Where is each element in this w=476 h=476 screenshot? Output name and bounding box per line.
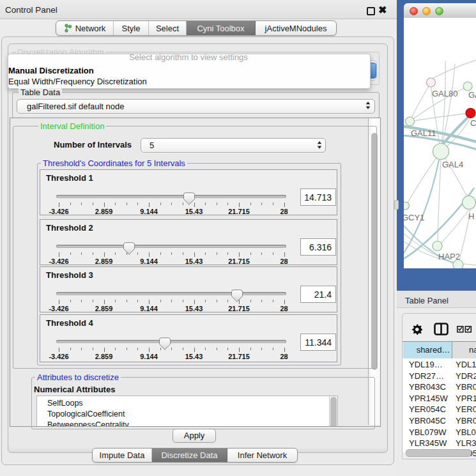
svg-text:GAL4: GAL4 (442, 160, 463, 169)
svg-text:GCY1: GCY1 (404, 213, 424, 222)
svg-text:HAP2: HAP2 (438, 252, 460, 261)
svg-text:H: H (468, 211, 474, 221)
svg-text:GA: GA (468, 90, 476, 100)
svg-text:GAL11: GAL11 (411, 128, 436, 138)
svg-text:GAL80: GAL80 (432, 89, 457, 98)
svg-text:C: C (470, 118, 476, 128)
